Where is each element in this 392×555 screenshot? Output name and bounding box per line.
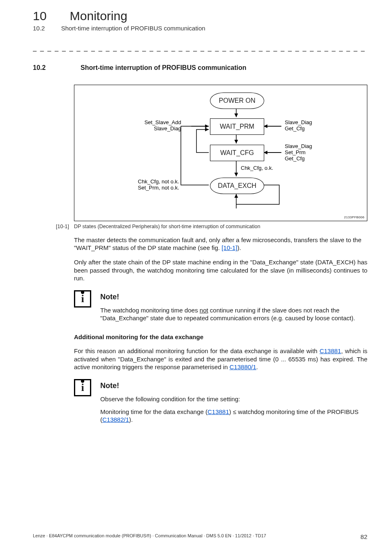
caption-number: [10-1]: [56, 224, 74, 229]
note-title-2: Note!: [100, 382, 367, 390]
chapter-number: 10: [33, 9, 46, 23]
note1-u: not: [200, 307, 208, 314]
section-number: 10.2: [33, 64, 81, 72]
label-left-data-exch: Chk_Cfg, not o.k. Set_Prm, not o.k.: [120, 179, 179, 191]
info-icon: i: [74, 290, 91, 308]
label-chk-ok: Chk_Cfg, o.k.: [241, 165, 273, 171]
paragraph-3: For this reason an additional monitoring…: [74, 347, 367, 371]
state-power-on: POWER ON: [210, 92, 264, 109]
state-wait-prm: WAIT_PRM: [210, 118, 264, 135]
section-title-header: Short-time interruption of PROFIBUS comm…: [61, 25, 205, 32]
figure-code: 2133PFB006: [344, 215, 364, 219]
state-data-exch: DATA_EXCH: [210, 178, 264, 194]
note2-line1: Observe the following condition for the …: [100, 395, 367, 403]
info-icon: i: [74, 379, 91, 396]
paragraph-1: The master detects the communication fau…: [74, 236, 367, 252]
para1-text-b: ).: [237, 244, 241, 251]
page-number: 82: [360, 533, 367, 540]
section-heading: Short-time interruption of PROFIBUS comm…: [81, 64, 247, 72]
chapter-title: Monitoring: [70, 9, 127, 23]
caption-text: DP states (Decentralized Peripherals) fo…: [74, 224, 260, 229]
para3-c: .: [256, 363, 258, 370]
label-right-wait-cfg: Slave_Diag Set_Prm Get_Cfg: [285, 143, 312, 162]
note2-line2: Monitoring time for the data exchange (C…: [100, 408, 367, 423]
note-text-1: The watchdog monitoring time does not co…: [100, 306, 367, 322]
note1-a: The watchdog monitoring time does: [100, 307, 200, 314]
note2-a: Monitoring time for the data exchange (: [100, 408, 208, 415]
para1-text-a: The master detects the communication fau…: [74, 236, 362, 251]
section-number-header: 10.2: [33, 25, 45, 32]
link-c13882-1[interactable]: C13882/1: [102, 416, 129, 423]
link-c13881-a[interactable]: C13881: [320, 347, 341, 354]
label-right-wait-prm: Slave_Diag Get_Cfg: [285, 120, 312, 132]
footer-text: Lenze · E84AYCPM communication module (P…: [33, 533, 266, 540]
sub-heading: Additional monitoring for the data excha…: [74, 333, 367, 340]
link-c13881-b[interactable]: C13881: [208, 408, 229, 415]
note2-c: ).: [129, 416, 133, 423]
link-c13880-1[interactable]: C13880/1: [230, 363, 256, 370]
note-title-1: Note!: [100, 293, 367, 301]
figure-ref-link[interactable]: [10-1]: [221, 244, 237, 251]
divider: _ _ _ _ _ _ _ _ _ _ _ _ _ _ _ _ _ _ _ _ …: [33, 44, 367, 52]
paragraph-2: Only after the state chain of the DP sta…: [74, 258, 367, 282]
para3-a: For this reason an additional monitoring…: [74, 347, 320, 354]
label-left-wait-prm: Set_Slave_Add Slave_Diag: [128, 120, 181, 132]
state-wait-cfg: WAIT_CFG: [210, 145, 264, 161]
figure-diagram: POWER ON WAIT_PRM WAIT_CFG DATA_EXCH Set…: [74, 85, 367, 221]
